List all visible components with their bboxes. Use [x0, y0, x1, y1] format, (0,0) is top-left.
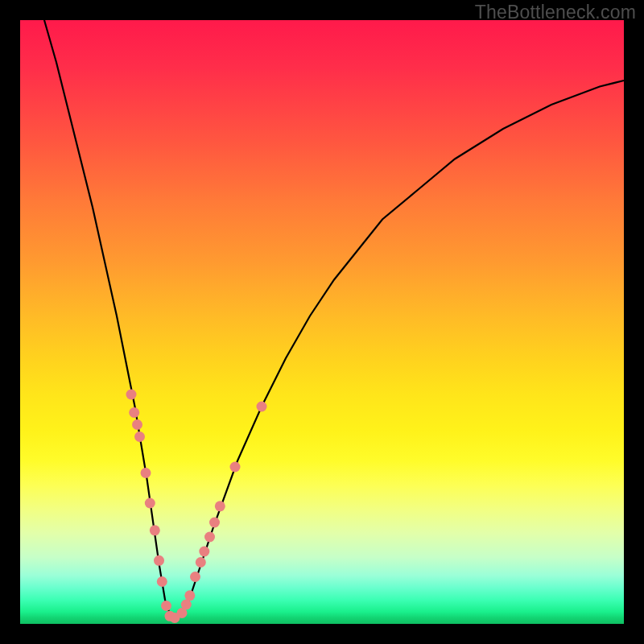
data-point [209, 518, 220, 528]
data-point [154, 555, 164, 566]
chart-frame [20, 20, 624, 624]
data-point [150, 525, 160, 535]
data-point [199, 547, 209, 557]
data-point [126, 390, 137, 400]
data-point [204, 532, 215, 543]
data-point [257, 402, 267, 412]
data-point [215, 501, 225, 511]
data-points-group [126, 390, 267, 624]
data-point [129, 407, 139, 418]
chart-svg [20, 20, 624, 624]
data-point [145, 498, 155, 509]
data-point [181, 600, 192, 610]
data-point [196, 557, 206, 568]
data-point [132, 419, 142, 430]
data-point [134, 431, 145, 442]
bottleneck-curve [44, 20, 624, 618]
data-point [190, 572, 200, 582]
data-point [141, 468, 151, 478]
data-point [184, 590, 195, 601]
data-point [161, 601, 171, 611]
data-point [230, 462, 241, 473]
data-point [157, 576, 167, 587]
